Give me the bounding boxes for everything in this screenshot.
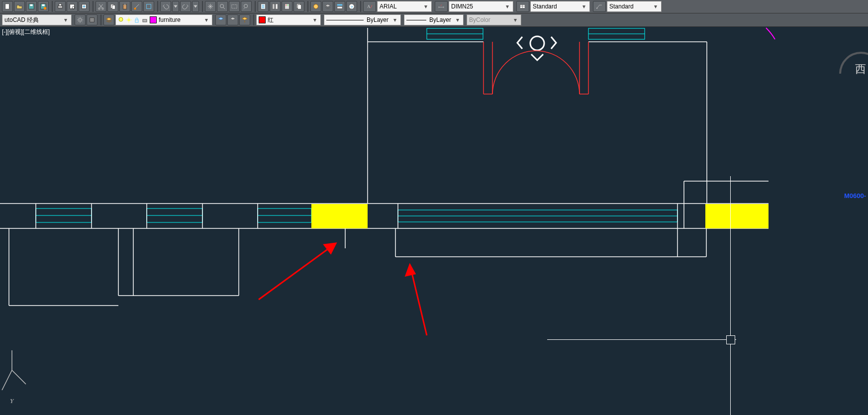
cut-icon[interactable] [96,1,106,12]
svg-point-37 [596,7,597,8]
print-icon[interactable] [55,1,66,12]
lineweight-preview [406,17,426,22]
plotstyle-value: ByColor [469,16,512,23]
render-icon[interactable] [310,1,321,12]
svg-marker-83 [324,243,336,253]
design-center-icon[interactable] [270,1,281,12]
dropdown-arrow-icon[interactable] [192,1,199,12]
color-value: 红 [268,16,309,24]
text-style-icon[interactable]: A [363,1,376,12]
chevron-down-icon: ▾ [512,16,519,23]
highlight-block-2 [705,204,731,228]
save-icon[interactable] [26,1,37,12]
crosshair-vertical [730,176,731,415]
toolbar-top: ? A ARIAL ▾ DIMN25 ▾ Standard ▾ Standard… [0,0,868,13]
svg-rect-42 [135,20,138,22]
chevron-down-icon: ▾ [652,3,659,10]
print-icon [142,17,148,23]
color-dropdown[interactable]: 红 ▾ [256,14,321,25]
layer-manager-icon[interactable] [103,14,114,25]
properties-icon[interactable] [258,1,269,12]
toolbar-layers: utoCAD 经典 ▾ furniture ▾ 红 ▾ ByLayer ▾ By… [0,13,868,27]
mleader-dropdown[interactable]: Standard ▾ [607,1,662,12]
block-icon[interactable] [143,1,154,12]
svg-rect-0 [5,4,9,9]
svg-rect-32 [337,6,343,8]
svg-point-19 [220,4,224,8]
lock-icon [134,17,140,23]
preview-icon[interactable] [67,1,78,12]
tool-palette-icon[interactable] [282,1,292,12]
svg-text:A: A [367,4,371,9]
saveas-icon[interactable] [38,1,49,12]
chevron-down-icon: ▾ [504,3,511,10]
zoom-prev-icon[interactable] [241,1,252,12]
layer-isolate-icon[interactable] [239,14,250,25]
drawing-canvas[interactable]: [-][俯视][二维线框] Y 西 M0600- [0,27,868,415]
plotstyle-dropdown[interactable]: ByColor ▾ [467,14,521,25]
linetype-preview [326,17,364,22]
layer-freeze-icon[interactable] [215,14,226,25]
svg-rect-7 [59,4,61,6]
matchprop-icon[interactable] [131,1,142,12]
svg-point-41 [127,18,130,21]
zoom-icon[interactable] [217,1,228,12]
sun-icon [126,17,132,23]
chevron-down-icon: ▾ [422,3,429,10]
svg-rect-27 [288,5,289,6]
font-dropdown[interactable]: ARIAL ▾ [377,1,432,12]
svg-rect-24 [276,4,278,9]
undo-icon[interactable] [160,1,171,12]
svg-rect-2 [30,4,32,6]
separator [253,14,254,25]
separator [52,1,53,12]
workspace-dropdown[interactable]: utoCAD 经典 ▾ [2,14,72,25]
dropdown-arrow-icon[interactable] [172,1,179,12]
chevron-down-icon: ▾ [391,16,398,23]
chevron-down-icon: ▾ [203,16,210,23]
svg-rect-26 [286,5,287,6]
pan-icon[interactable] [205,1,216,12]
layer-color-swatch [150,16,157,23]
publish-icon[interactable] [79,1,90,12]
dim-style-icon[interactable] [435,1,448,12]
separator [255,1,256,12]
ribbon-icon[interactable] [334,1,345,12]
svg-line-84 [410,265,427,335]
separator [202,1,203,12]
dimstyle-dropdown[interactable]: DIMN25 ▾ [449,1,513,12]
copy-icon[interactable] [107,1,118,12]
layer-dropdown[interactable]: furniture ▾ [115,14,212,25]
sheet-set-icon[interactable] [293,1,304,12]
layer-off-icon[interactable] [227,14,238,25]
lightbulb-icon [118,17,124,23]
svg-rect-20 [232,5,237,8]
chevron-down-icon: ▾ [311,16,318,23]
svg-point-5 [44,7,46,9]
help-icon[interactable]: ? [346,1,357,12]
svg-rect-29 [297,5,301,9]
svg-rect-6 [58,5,63,8]
svg-point-21 [244,4,248,8]
workspace-save-icon[interactable] [87,14,97,25]
layer-icon[interactable] [322,1,333,12]
svg-line-82 [259,243,336,300]
tablestyle-dropdown[interactable]: Standard ▾ [530,1,590,12]
color-swatch [259,16,266,23]
paste-icon[interactable] [119,1,130,12]
gear-icon[interactable] [75,14,86,25]
lineweight-dropdown[interactable]: ByLayer ▾ [404,14,464,25]
svg-rect-25 [285,4,289,9]
highlight-block-1 [311,204,368,228]
linetype-dropdown[interactable]: ByLayer ▾ [324,14,401,25]
new-icon[interactable] [2,1,13,12]
open-icon[interactable] [14,1,25,12]
table-style-icon[interactable] [516,1,529,12]
redo-icon[interactable] [180,1,191,12]
svg-rect-4 [42,4,44,6]
chevron-down-icon: ▾ [62,16,69,23]
zoom-window-icon[interactable] [229,1,240,12]
separator [100,14,101,25]
svg-point-38 [79,18,81,21]
mleader-style-icon[interactable] [593,1,606,12]
